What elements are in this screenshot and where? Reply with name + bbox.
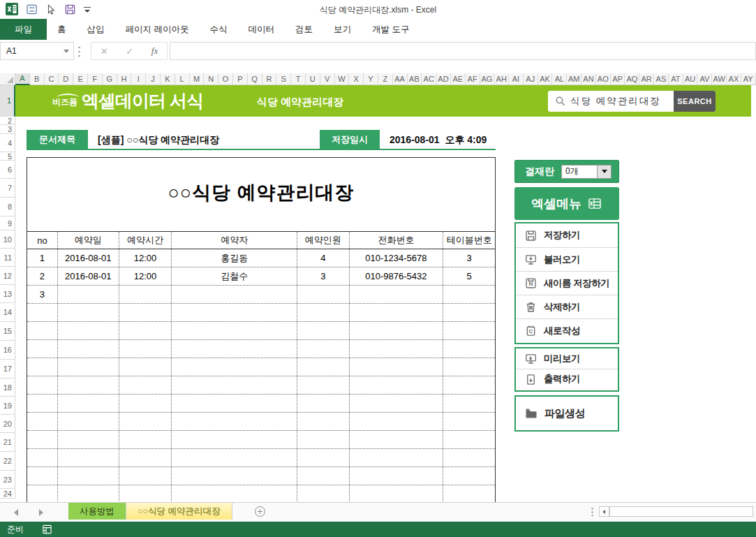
column-header-F[interactable]: F bbox=[88, 73, 103, 85]
formula-bar-resize-handle[interactable] bbox=[78, 45, 80, 57]
table-cell[interactable] bbox=[443, 431, 495, 448]
select-all-corner[interactable] bbox=[0, 73, 15, 85]
row-header-15[interactable]: 15 bbox=[0, 322, 15, 341]
table-cell[interactable] bbox=[172, 449, 297, 466]
column-header-A[interactable]: A bbox=[15, 73, 30, 85]
row-header-11[interactable]: 11 bbox=[0, 249, 15, 267]
column-header-I[interactable]: I bbox=[131, 73, 146, 85]
column-header-AW[interactable]: AW bbox=[712, 73, 727, 85]
column-header-E[interactable]: E bbox=[73, 73, 88, 85]
table-cell[interactable] bbox=[27, 376, 58, 394]
table-cell[interactable] bbox=[58, 286, 119, 303]
row-header-20[interactable]: 20 bbox=[0, 415, 15, 433]
column-header-D[interactable]: D bbox=[59, 73, 73, 85]
insert-function-icon[interactable]: fx bbox=[151, 45, 158, 57]
table-cell[interactable] bbox=[297, 485, 350, 503]
column-header-AD[interactable]: AD bbox=[436, 73, 451, 85]
column-header-H[interactable]: H bbox=[117, 73, 132, 85]
column-header-S[interactable]: S bbox=[276, 73, 291, 85]
table-cell[interactable] bbox=[443, 358, 495, 376]
table-cell[interactable] bbox=[119, 485, 172, 503]
table-cell[interactable] bbox=[297, 431, 350, 448]
table-cell[interactable]: 010-1234-5678 bbox=[350, 249, 444, 267]
table-cell[interactable] bbox=[172, 467, 297, 485]
column-header-Y[interactable]: Y bbox=[364, 73, 378, 85]
table-cell[interactable] bbox=[172, 304, 297, 321]
row-header-24[interactable]: 24 bbox=[0, 489, 15, 499]
column-header-AT[interactable]: AT bbox=[669, 73, 683, 85]
row-header-21[interactable]: 21 bbox=[0, 433, 15, 452]
table-cell[interactable] bbox=[119, 304, 172, 321]
row-header-5[interactable]: 5 bbox=[0, 152, 15, 161]
table-cell[interactable] bbox=[350, 286, 444, 303]
row-header-17[interactable]: 17 bbox=[0, 360, 15, 378]
column-header-AM[interactable]: AM bbox=[567, 73, 581, 85]
table-cell[interactable] bbox=[350, 431, 444, 448]
table-cell[interactable] bbox=[297, 358, 350, 376]
table-cell[interactable] bbox=[119, 376, 172, 394]
approval-count-select[interactable]: 0개 bbox=[561, 165, 598, 179]
column-header-M[interactable]: M bbox=[190, 73, 205, 85]
menu-item-save[interactable]: 저장하기 bbox=[516, 223, 618, 247]
column-header-AS[interactable]: AS bbox=[654, 73, 669, 85]
column-header-AK[interactable]: AK bbox=[538, 73, 553, 85]
table-cell[interactable] bbox=[443, 467, 495, 485]
column-header-AQ[interactable]: AQ bbox=[625, 73, 639, 85]
cancel-icon[interactable]: ✕ bbox=[101, 46, 108, 57]
table-cell[interactable] bbox=[27, 431, 58, 448]
row-header-4[interactable]: 4 bbox=[0, 134, 15, 152]
column-header-R[interactable]: R bbox=[262, 73, 277, 85]
column-header-U[interactable]: U bbox=[306, 73, 320, 85]
tab-data[interactable]: 데이터 bbox=[237, 19, 285, 40]
column-header-T[interactable]: T bbox=[291, 73, 306, 85]
table-cell[interactable] bbox=[58, 431, 119, 448]
table-cell[interactable] bbox=[27, 449, 58, 466]
table-cell[interactable] bbox=[119, 431, 172, 448]
table-cell[interactable]: 5 bbox=[443, 267, 495, 285]
table-cell[interactable] bbox=[443, 376, 495, 394]
table-cell[interactable] bbox=[119, 286, 172, 303]
table-cell[interactable] bbox=[58, 485, 119, 503]
table-cell[interactable] bbox=[119, 322, 172, 339]
formula-input[interactable] bbox=[170, 42, 756, 60]
column-header-O[interactable]: O bbox=[218, 73, 233, 85]
table-cell[interactable] bbox=[443, 395, 495, 412]
table-cell[interactable] bbox=[119, 467, 172, 485]
table-cell[interactable] bbox=[350, 467, 444, 485]
column-header-AY[interactable]: AY bbox=[741, 73, 756, 85]
column-header-X[interactable]: X bbox=[349, 73, 364, 85]
table-cell[interactable] bbox=[443, 304, 495, 321]
row-header-13[interactable]: 13 bbox=[0, 285, 15, 303]
table-cell[interactable] bbox=[297, 304, 350, 321]
approval-dropdown-icon[interactable] bbox=[598, 165, 612, 179]
table-cell[interactable] bbox=[172, 431, 297, 448]
column-header-AP[interactable]: AP bbox=[611, 73, 625, 85]
tab-page-layout[interactable]: 페이지 레이아웃 bbox=[115, 19, 200, 40]
column-header-C[interactable]: C bbox=[45, 73, 59, 85]
table-cell[interactable] bbox=[297, 467, 350, 485]
menu-item-print[interactable]: 출력하기 bbox=[516, 369, 618, 389]
table-cell[interactable] bbox=[58, 413, 119, 430]
column-header-G[interactable]: G bbox=[103, 73, 117, 85]
table-cell[interactable] bbox=[297, 395, 350, 412]
name-box[interactable]: A1 bbox=[0, 42, 74, 60]
table-cell[interactable] bbox=[297, 340, 350, 358]
table-cell[interactable] bbox=[297, 449, 350, 466]
column-header-V[interactable]: V bbox=[320, 73, 335, 85]
tab-home[interactable]: 홈 bbox=[47, 19, 77, 40]
row-header-16[interactable]: 16 bbox=[0, 341, 15, 360]
column-header-AJ[interactable]: AJ bbox=[524, 73, 538, 85]
table-cell[interactable]: 3 bbox=[297, 267, 350, 285]
table-cell[interactable] bbox=[297, 286, 350, 303]
table-cell[interactable] bbox=[58, 449, 119, 466]
column-header-AG[interactable]: AG bbox=[480, 73, 495, 85]
table-cell[interactable] bbox=[27, 413, 58, 430]
table-cell[interactable]: 010-9876-5432 bbox=[350, 267, 444, 285]
table-cell[interactable] bbox=[58, 395, 119, 412]
table-cell[interactable] bbox=[350, 395, 444, 412]
table-cell[interactable] bbox=[350, 304, 444, 321]
table-cell[interactable]: 3 bbox=[443, 249, 495, 267]
column-header-P[interactable]: P bbox=[233, 73, 248, 85]
table-cell[interactable] bbox=[58, 467, 119, 485]
column-header-AR[interactable]: AR bbox=[639, 73, 654, 85]
